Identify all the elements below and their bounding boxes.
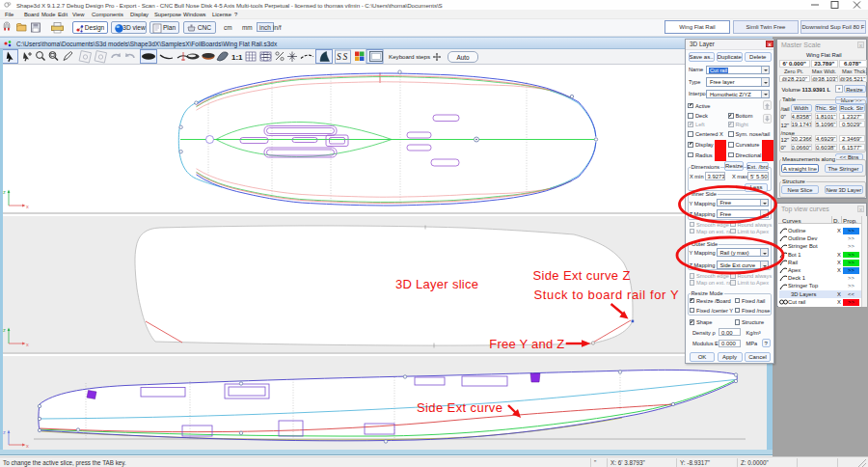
svg-text:x: x	[26, 204, 29, 209]
svg-text:1:1: 1:1	[231, 53, 243, 62]
svg-text:S: S	[337, 52, 341, 62]
svg-text:x: x	[26, 342, 29, 347]
svg-text:S: S	[343, 52, 348, 62]
svg-text:z: z	[3, 429, 6, 435]
svg-text:z: z	[3, 327, 6, 333]
svg-text:x: x	[26, 443, 29, 449]
svg-text:z: z	[3, 189, 6, 195]
